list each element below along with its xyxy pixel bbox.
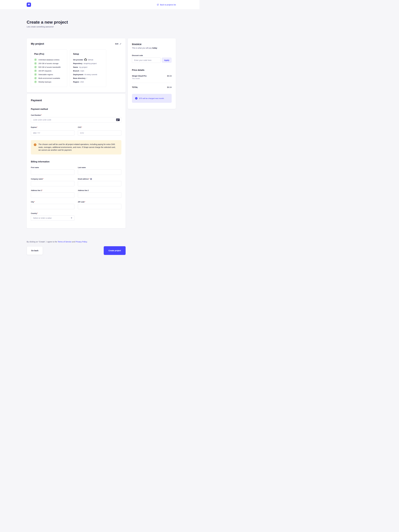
- plan-feature: ✓Selectable regions: [34, 73, 65, 76]
- last-name-input[interactable]: [78, 170, 121, 175]
- github-icon: [84, 58, 87, 61]
- go-back-button[interactable]: Go back: [27, 246, 43, 255]
- cvc-label: CVC*: [78, 127, 121, 128]
- line-item-name: Strapi Cloud Pro: [132, 75, 146, 77]
- setup-row: RegionUSA: [73, 80, 104, 84]
- setup-list: Git provider GitHub Repositorystrapi/my-…: [73, 58, 104, 84]
- city-input[interactable]: [31, 204, 74, 209]
- billing-information-title: Billing information: [31, 161, 121, 163]
- setup-box: Setup Git provider GitHub Repositorystra…: [70, 50, 106, 87]
- discount-code-input[interactable]: [132, 57, 160, 63]
- terms-agreement-text: By clicking on "Create", I agree to the …: [27, 241, 126, 243]
- app-header: Back to projects list: [0, 0, 199, 9]
- company-name-input[interactable]: [31, 181, 74, 186]
- back-link-label: Back to projects list: [160, 4, 176, 6]
- setup-row: Git provider GitHub: [73, 58, 104, 62]
- plan-feature: ✓250 GB of assets storage: [34, 62, 65, 65]
- setup-box-title: Setup: [73, 53, 104, 55]
- price-line-item: Strapi Cloud Pro This month $8.04: [132, 75, 172, 79]
- plan-feature: ✓Weekly backups: [34, 80, 65, 84]
- edit-button[interactable]: Edit: [115, 43, 121, 45]
- expires-input[interactable]: [31, 130, 74, 136]
- check-icon: ✓: [34, 62, 37, 65]
- price-details-title: Price details: [132, 69, 172, 71]
- country-select[interactable]: Select or enter a value: [31, 215, 74, 221]
- country-label: Country*: [31, 212, 74, 214]
- setup-row: DeploymentAt every commit: [73, 73, 104, 76]
- city-label: City*: [31, 201, 74, 203]
- plan-box-title: Plan (Pro): [34, 53, 65, 55]
- zip-code-label: ZIP code*: [78, 201, 121, 203]
- payment-method-title: Payment method: [31, 108, 121, 110]
- warning-icon: !: [34, 143, 36, 146]
- address-line-2-label: Address line 2: [78, 190, 121, 191]
- terms-of-service-link[interactable]: Terms of Service: [58, 241, 71, 243]
- plan-feature: ✓1M API requests: [34, 69, 65, 73]
- address-line-1-label: Address line 1*: [31, 190, 74, 191]
- first-name-label: First name: [31, 167, 74, 168]
- plan-feature: ✓500 GB of assets bandwidth: [34, 65, 65, 69]
- required-asterisk: *: [37, 212, 38, 214]
- total-amount: $8.04: [167, 86, 172, 88]
- company-name-label: Company name*: [31, 178, 74, 180]
- next-month-charge-text: $75 will be charged next month.: [139, 97, 164, 99]
- project-card-title: My project: [31, 42, 44, 45]
- country-select-placeholder: Select or enter a value: [33, 217, 52, 219]
- zip-code-input[interactable]: [78, 204, 121, 209]
- invoice-title: Invoice: [132, 43, 172, 46]
- strapi-logo[interactable]: [27, 2, 31, 7]
- required-asterisk: *: [89, 178, 89, 180]
- back-to-projects-link[interactable]: Back to projects list: [157, 4, 176, 6]
- redo-arrow-icon: [157, 4, 159, 6]
- first-name-input[interactable]: [31, 170, 74, 175]
- expires-label: Expires*: [31, 127, 74, 128]
- setup-row: Namemy-project: [73, 65, 104, 69]
- email-address-input[interactable]: [78, 181, 121, 186]
- setup-row: Base directory/: [73, 76, 104, 80]
- setup-row: Repositorystrapi/my-project: [73, 62, 104, 65]
- required-asterisk: *: [85, 201, 85, 203]
- info-icon: i: [135, 97, 137, 100]
- card-usage-warning: ! The chosen card will be used for all p…: [31, 140, 121, 154]
- card-number-input[interactable]: [31, 117, 121, 122]
- page-title: Create a new project: [27, 19, 176, 25]
- address-line-1-input[interactable]: [31, 192, 74, 198]
- line-item-amount: $8.04: [167, 75, 172, 77]
- edit-button-label: Edit: [115, 43, 118, 45]
- required-asterisk: *: [42, 190, 42, 191]
- cvc-input[interactable]: [78, 130, 121, 136]
- required-asterisk: *: [81, 127, 82, 128]
- setup-row: Branchmain: [73, 69, 104, 73]
- invoice-card: Invoice This is what you will pay today …: [128, 38, 176, 109]
- plan-feature: ✓Multi-environment available: [34, 76, 65, 80]
- card-usage-warning-text: The chosen card will be used for all pro…: [38, 143, 118, 152]
- invoice-subtitle: This is what you will pay today: [132, 47, 172, 49]
- info-icon: i: [90, 178, 92, 180]
- total-label: TOTAL: [132, 86, 138, 88]
- check-icon: ✓: [34, 70, 37, 72]
- address-line-2-input[interactable]: [78, 192, 121, 198]
- email-address-label: Email address* i: [78, 178, 121, 180]
- payment-card: Payment Payment method Card Number* Expi…: [27, 94, 126, 228]
- last-name-label: Last name: [78, 167, 121, 168]
- check-icon: ✓: [34, 81, 37, 83]
- required-asterisk: *: [37, 127, 37, 128]
- payment-title: Payment: [31, 99, 121, 102]
- total-row: TOTAL $8.04: [132, 86, 172, 88]
- plan-feature-list: ✓Unlimited database entries ✓250 GB of a…: [34, 58, 65, 84]
- pencil-icon: [119, 43, 121, 45]
- required-asterisk: *: [34, 201, 35, 203]
- credit-card-icon: [116, 119, 120, 121]
- required-asterisk: *: [41, 114, 42, 116]
- create-project-button[interactable]: Create project: [104, 246, 126, 255]
- check-icon: ✓: [34, 77, 37, 79]
- apply-discount-button[interactable]: Apply: [162, 57, 172, 63]
- check-icon: ✓: [34, 58, 37, 61]
- chevron-down-icon: [71, 218, 72, 218]
- strapi-logo-icon: [27, 2, 31, 7]
- privacy-policy-link[interactable]: Privacy Policy: [76, 241, 87, 243]
- discount-code-label: Discount code: [132, 55, 172, 57]
- page-subtitle: Lets create something awesome!: [27, 26, 176, 28]
- plan-box: Plan (Pro) ✓Unlimited database entries ✓…: [31, 50, 67, 87]
- plan-feature: ✓Unlimited database entries: [34, 58, 65, 62]
